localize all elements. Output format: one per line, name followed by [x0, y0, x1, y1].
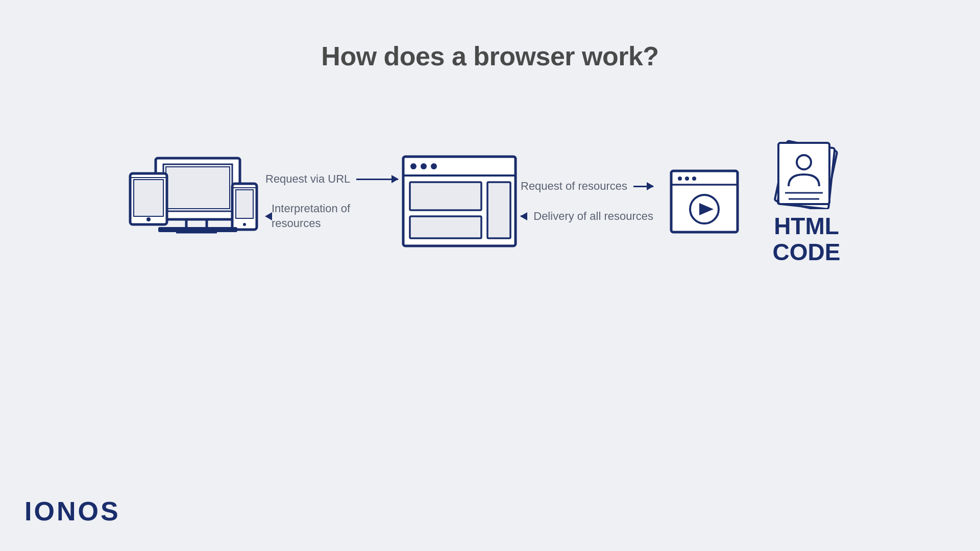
browser-icon [398, 151, 521, 253]
svg-rect-20 [410, 182, 481, 210]
video-player-icon [653, 151, 755, 253]
svg-rect-14 [158, 227, 237, 232]
arrow-section-2: Request of resources Delivery of all res… [521, 179, 653, 223]
interpretation-row: Interpretation of resources [265, 202, 398, 231]
interpretation-label: Interpretation of resources [272, 202, 398, 231]
request-resources-arrow [633, 186, 653, 187]
html-code-group: HTML CODE [755, 138, 857, 265]
html-code-label: HTML CODE [773, 213, 841, 265]
svg-point-17 [410, 163, 416, 169]
devices-icon [122, 151, 265, 253]
svg-rect-11 [236, 190, 253, 218]
svg-rect-7 [134, 180, 163, 216]
svg-rect-5 [166, 167, 230, 209]
svg-point-26 [692, 177, 696, 181]
svg-point-8 [146, 217, 151, 221]
ionos-logo: IONOS [24, 496, 120, 527]
request-url-arrow [356, 179, 398, 180]
delivery-arrow [521, 215, 527, 217]
request-resources-row: Request of resources [521, 179, 653, 194]
svg-point-24 [678, 177, 682, 181]
svg-rect-21 [487, 182, 510, 238]
delivery-label: Delivery of all resources [533, 209, 653, 224]
delivery-row: Delivery of all resources [521, 209, 653, 224]
request-url-row: Request via URL [265, 172, 398, 187]
svg-rect-22 [410, 216, 481, 238]
svg-point-12 [243, 223, 246, 226]
svg-point-25 [685, 177, 689, 181]
request-resources-label: Request of resources [521, 179, 627, 194]
arrow-section-1: Request via URL Interpretation of resour… [265, 172, 398, 231]
page-title: How does a browser work? [0, 0, 980, 71]
diagram-container: Request via URL Interpretation of resour… [0, 138, 980, 265]
svg-point-18 [421, 163, 427, 169]
request-url-label: Request via URL [265, 172, 350, 187]
svg-point-19 [431, 163, 437, 169]
